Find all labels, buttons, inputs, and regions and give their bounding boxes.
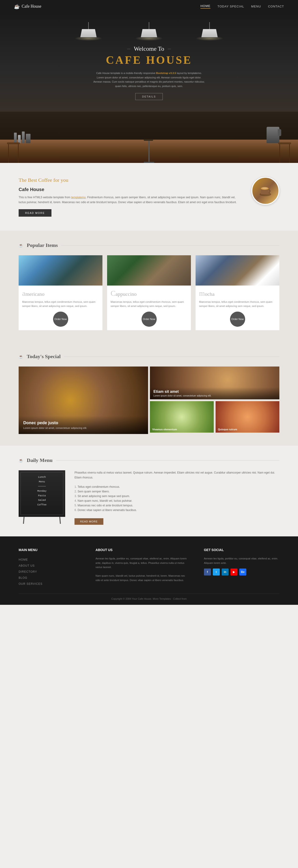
chalkboard-leg-right xyxy=(59,517,61,524)
special-top-title: Etiam sit amet xyxy=(153,390,276,394)
lamp-shade xyxy=(141,29,157,37)
special-main-item: Donec pede justo Lorem ipsum dolor sit a… xyxy=(19,367,148,434)
barstool-left xyxy=(7,143,20,163)
bar-scene xyxy=(0,112,298,163)
coffee-cup-image xyxy=(256,182,275,200)
section-header-daily: ☕ Daily Menu xyxy=(19,457,279,463)
popular-section: ☕ Popular Items americano Maecenas tempu… xyxy=(0,230,298,342)
footer-about-title: About Us xyxy=(95,548,190,552)
about-tagline: The Best Coffee for you xyxy=(19,177,242,184)
item-card-americano: americano Maecenas tempus, tellus eget c… xyxy=(19,255,102,330)
lamp-left xyxy=(74,22,102,41)
todays-special-section: ☕ Today's Special Donec pede justo Lorem… xyxy=(0,342,298,446)
about-name: Cafe House xyxy=(19,187,242,192)
americano-order-wrap: Order Now xyxy=(19,308,102,330)
cappuccino-content: Cappuccino Maecenas tempus, tellus eget … xyxy=(107,285,191,308)
footer-directory-link[interactable]: DIRECTORY xyxy=(19,570,37,574)
twitter-icon[interactable]: t xyxy=(213,568,220,576)
cappuccino-order-btn[interactable]: Order Now xyxy=(142,312,157,327)
menu-item-6: Donec vitae sapien ut libero venenatis f… xyxy=(74,508,279,513)
nav-contact[interactable]: CONTACT xyxy=(268,5,284,8)
about-description: This is free HTML5 website template from… xyxy=(19,195,242,205)
bottle-1 xyxy=(14,133,17,143)
daily-menu-section: ☕ Daily Menu LunchMenu─────MondayPastaSa… xyxy=(0,446,298,536)
nav-today-special[interactable]: TODAY SPECIAL xyxy=(217,5,244,8)
special-main-title: Donec pede justo xyxy=(23,421,143,425)
mocha-order-wrap: Order Now xyxy=(196,308,279,330)
section-header-special: ☕ Today's Special xyxy=(19,353,279,360)
nav-menu[interactable]: MENU xyxy=(251,5,261,8)
mocha-order-btn[interactable]: Order Now xyxy=(230,312,245,327)
behance-icon[interactable]: Be xyxy=(239,568,246,576)
americano-content: americano Maecenas tempus, tellus eget c… xyxy=(19,285,102,308)
special-grid: Donec pede justo Lorem ipsum dolor sit a… xyxy=(19,367,279,434)
daily-menu-list: Tellus eget condimentum rhoncus. Sem qua… xyxy=(74,485,279,513)
section-header-popular: ☕ Popular Items xyxy=(19,242,279,248)
details-button[interactable]: DETAILS xyxy=(135,93,162,100)
youtube-icon[interactable]: ▶ xyxy=(231,568,237,576)
menu-item-2: Sem quam semper libero. xyxy=(74,489,279,494)
lamp-cord xyxy=(209,22,210,29)
items-grid: americano Maecenas tempus, tellus eget c… xyxy=(19,255,279,330)
read-more-button[interactable]: READ MORE xyxy=(19,209,52,217)
special-top-item: Etiam sit amet Lorem ipsum dolor sit ame… xyxy=(150,367,279,399)
nav-links: HOME TODAY SPECIAL MENU CONTACT xyxy=(201,4,284,9)
americano-name: americano xyxy=(22,289,99,298)
social-icons: f t in ▶ Be xyxy=(204,568,279,576)
facebook-icon[interactable]: f xyxy=(204,568,211,576)
special-small-1: Vivamus elementum xyxy=(150,401,214,433)
special-right-column: Etiam sit amet Lorem ipsum dolor sit ame… xyxy=(150,367,279,434)
lamp-center xyxy=(135,22,163,41)
lamp-shade xyxy=(201,29,218,37)
cappuccino-name: Cappuccino xyxy=(111,289,187,298)
daily-text-content: Phasellus viverra nulla ut metus varius … xyxy=(74,470,279,525)
special-top-desc: Lorem ipsum dolor sit amet, consectetuer… xyxy=(153,395,276,397)
daily-read-more-button[interactable]: READ MORE xyxy=(74,518,103,525)
lamp-decoration xyxy=(14,22,284,41)
footer-about: About Us Aenean leo ligula, porttitor eu… xyxy=(95,548,190,587)
templatemo-link[interactable]: templatemo xyxy=(71,196,86,199)
special-main-overlay: Donec pede justo Lorem ipsum dolor sit a… xyxy=(19,416,148,434)
about-image xyxy=(251,177,279,205)
about-section: The Best Coffee for you Cafe House This … xyxy=(0,163,298,230)
footer-social-title: Get Social xyxy=(204,548,279,552)
special-small-2-label: Quisque rutrum xyxy=(218,428,237,431)
menu-item-3: Sit amet adipiscing sem neque sed ipsum. xyxy=(74,494,279,498)
footer-social-text: Aenean leo ligula, porttitor eu, consequ… xyxy=(204,556,279,565)
menu-item-1: Tellus eget condimentum rhoncus. xyxy=(74,485,279,489)
linkedin-icon[interactable]: in xyxy=(221,568,229,576)
footer-link-services: OUR SERVICES xyxy=(19,581,82,587)
coffee-machine-area xyxy=(267,127,279,143)
footer-links-list: HOME ABOUT US DIRECTORY BLOG OUR SERVICE… xyxy=(19,556,82,587)
svg-point-4 xyxy=(262,188,267,189)
footer: MAIN MENU HOME ABOUT US DIRECTORY BLOG O… xyxy=(0,536,298,605)
daily-title-heading: Daily Menu xyxy=(27,457,53,463)
special-divider xyxy=(64,356,279,357)
nav-home[interactable]: HOME xyxy=(201,4,210,9)
special-title-heading: Today's Special xyxy=(27,353,61,360)
footer-about-link[interactable]: ABOUT US xyxy=(19,564,35,567)
cappuccino-image xyxy=(107,255,191,285)
footer-blog-link[interactable]: BLOG xyxy=(19,576,27,580)
americano-order-btn[interactable]: Order Now xyxy=(53,312,68,327)
navigation: ☕ Cafe House HOME TODAY SPECIAL MENU CON… xyxy=(0,0,298,13)
mocha-desc: Maecenas tempus, tellus eget condimentum… xyxy=(199,300,276,308)
lamp-cord xyxy=(149,22,149,29)
footer-services-link[interactable]: OUR SERVICES xyxy=(19,582,42,586)
hero-welcome: — Welcome To — xyxy=(14,45,284,52)
hero-title: CAFE HOUSE xyxy=(14,54,284,66)
bar-bottles xyxy=(14,131,30,143)
mocha-content: mocha Maecenas tempus, tellus eget condi… xyxy=(196,285,279,308)
chalkboard-legs xyxy=(19,517,65,524)
special-bottom-row: Vivamus elementum Quisque rutrum xyxy=(150,401,279,434)
special-small-2: Quisque rutrum xyxy=(216,401,279,433)
daily-divider xyxy=(56,460,279,461)
section-divider xyxy=(61,245,279,246)
cappuccino-desc: Maecenas tempus, tellus eget condimentum… xyxy=(111,300,187,308)
footer-link-about: ABOUT US xyxy=(19,562,82,568)
footer-home-link[interactable]: HOME xyxy=(19,558,28,561)
menu-item-4: Nam quam nunc, blandit vel, luctus pulvi… xyxy=(74,498,279,503)
hero-section: — Welcome To — CAFE HOUSE Cafe House tem… xyxy=(0,13,298,163)
chalkboard: LunchMenu─────MondayPastaSaladCoffee xyxy=(19,470,65,517)
mocha-name: mocha xyxy=(199,289,276,298)
